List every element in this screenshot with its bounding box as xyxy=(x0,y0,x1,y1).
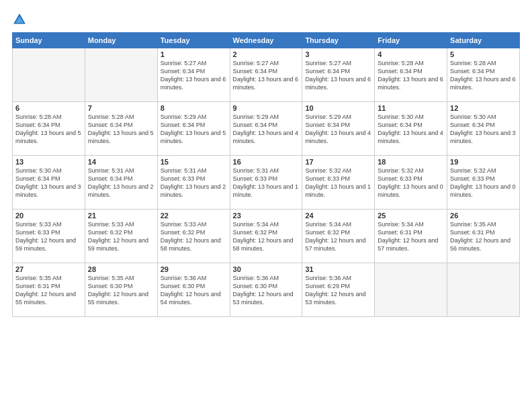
day-info: Sunrise: 5:34 AM Sunset: 6:31 PM Dayligh… xyxy=(378,220,444,253)
day-number: 18 xyxy=(378,158,444,166)
day-number: 20 xyxy=(15,212,82,220)
calendar-cell: 8Sunrise: 5:29 AM Sunset: 6:34 PM Daylig… xyxy=(157,102,230,156)
day-number: 24 xyxy=(305,212,371,220)
calendar-week-row: 1Sunrise: 5:27 AM Sunset: 6:34 PM Daylig… xyxy=(13,48,520,102)
day-number: 17 xyxy=(305,158,371,166)
day-number: 6 xyxy=(15,104,82,112)
calendar-cell: 28Sunrise: 5:35 AM Sunset: 6:30 PM Dayli… xyxy=(85,263,157,317)
calendar-week-row: 6Sunrise: 5:28 AM Sunset: 6:34 PM Daylig… xyxy=(13,102,520,156)
day-number: 16 xyxy=(233,158,300,166)
day-number: 26 xyxy=(450,212,517,220)
day-number: 27 xyxy=(15,265,82,273)
logo xyxy=(12,12,30,27)
day-number: 14 xyxy=(88,158,154,166)
calendar-cell: 31Sunrise: 5:36 AM Sunset: 6:29 PM Dayli… xyxy=(302,263,375,317)
day-number: 11 xyxy=(378,104,444,112)
calendar-cell: 5Sunrise: 5:28 AM Sunset: 6:34 PM Daylig… xyxy=(447,48,520,102)
calendar-week-row: 27Sunrise: 5:35 AM Sunset: 6:31 PM Dayli… xyxy=(13,263,520,317)
day-number: 10 xyxy=(305,104,371,112)
day-number: 29 xyxy=(161,265,227,273)
day-number: 15 xyxy=(161,158,227,166)
calendar-cell: 19Sunrise: 5:32 AM Sunset: 6:33 PM Dayli… xyxy=(447,156,520,210)
calendar-cell: 23Sunrise: 5:34 AM Sunset: 6:32 PM Dayli… xyxy=(230,210,302,263)
calendar-cell: 14Sunrise: 5:31 AM Sunset: 6:34 PM Dayli… xyxy=(85,156,157,210)
day-info: Sunrise: 5:34 AM Sunset: 6:32 PM Dayligh… xyxy=(233,220,300,253)
calendar-cell: 3Sunrise: 5:27 AM Sunset: 6:34 PM Daylig… xyxy=(302,48,375,102)
day-number: 25 xyxy=(378,212,444,220)
calendar-cell: 6Sunrise: 5:28 AM Sunset: 6:34 PM Daylig… xyxy=(13,102,85,156)
day-number: 31 xyxy=(305,265,371,273)
day-info: Sunrise: 5:33 AM Sunset: 6:33 PM Dayligh… xyxy=(15,220,82,253)
calendar-cell: 1Sunrise: 5:27 AM Sunset: 6:34 PM Daylig… xyxy=(157,48,230,102)
calendar-cell: 20Sunrise: 5:33 AM Sunset: 6:33 PM Dayli… xyxy=(13,210,85,263)
day-info: Sunrise: 5:35 AM Sunset: 6:31 PM Dayligh… xyxy=(450,220,517,253)
calendar-cell: 30Sunrise: 5:36 AM Sunset: 6:30 PM Dayli… xyxy=(230,263,302,317)
day-info: Sunrise: 5:30 AM Sunset: 6:34 PM Dayligh… xyxy=(378,113,444,146)
calendar-cell: 15Sunrise: 5:31 AM Sunset: 6:33 PM Dayli… xyxy=(157,156,230,210)
weekday-header: Wednesday xyxy=(230,33,302,48)
calendar-cell: 27Sunrise: 5:35 AM Sunset: 6:31 PM Dayli… xyxy=(13,263,85,317)
weekday-header-row: SundayMondayTuesdayWednesdayThursdayFrid… xyxy=(13,33,520,48)
weekday-header: Thursday xyxy=(302,33,375,48)
day-info: Sunrise: 5:31 AM Sunset: 6:34 PM Dayligh… xyxy=(88,167,154,199)
calendar-cell: 17Sunrise: 5:32 AM Sunset: 6:33 PM Dayli… xyxy=(302,156,375,210)
calendar-cell xyxy=(375,263,447,317)
day-info: Sunrise: 5:27 AM Sunset: 6:34 PM Dayligh… xyxy=(305,59,371,92)
calendar-cell: 26Sunrise: 5:35 AM Sunset: 6:31 PM Dayli… xyxy=(447,210,520,263)
calendar-cell: 9Sunrise: 5:29 AM Sunset: 6:34 PM Daylig… xyxy=(230,102,302,156)
day-number: 22 xyxy=(161,212,227,220)
day-info: Sunrise: 5:32 AM Sunset: 6:33 PM Dayligh… xyxy=(305,167,371,199)
day-info: Sunrise: 5:34 AM Sunset: 6:32 PM Dayligh… xyxy=(305,220,371,253)
day-info: Sunrise: 5:28 AM Sunset: 6:34 PM Dayligh… xyxy=(378,59,444,92)
day-number: 5 xyxy=(450,50,517,58)
page-header xyxy=(12,12,520,27)
day-number: 12 xyxy=(450,104,517,112)
day-number: 4 xyxy=(378,50,444,58)
weekday-header: Monday xyxy=(85,33,157,48)
calendar-cell: 4Sunrise: 5:28 AM Sunset: 6:34 PM Daylig… xyxy=(375,48,447,102)
calendar-cell: 25Sunrise: 5:34 AM Sunset: 6:31 PM Dayli… xyxy=(375,210,447,263)
day-info: Sunrise: 5:31 AM Sunset: 6:33 PM Dayligh… xyxy=(233,167,300,199)
day-number: 3 xyxy=(305,50,371,58)
calendar-cell: 11Sunrise: 5:30 AM Sunset: 6:34 PM Dayli… xyxy=(375,102,447,156)
calendar-cell: 24Sunrise: 5:34 AM Sunset: 6:32 PM Dayli… xyxy=(302,210,375,263)
day-info: Sunrise: 5:35 AM Sunset: 6:30 PM Dayligh… xyxy=(88,274,154,307)
day-info: Sunrise: 5:36 AM Sunset: 6:29 PM Dayligh… xyxy=(305,274,371,307)
calendar-cell: 10Sunrise: 5:29 AM Sunset: 6:34 PM Dayli… xyxy=(302,102,375,156)
day-number: 28 xyxy=(88,265,154,273)
calendar-cell: 12Sunrise: 5:30 AM Sunset: 6:34 PM Dayli… xyxy=(447,102,520,156)
calendar-cell xyxy=(447,263,520,317)
day-number: 13 xyxy=(15,158,82,166)
weekday-header: Friday xyxy=(375,33,447,48)
day-info: Sunrise: 5:33 AM Sunset: 6:32 PM Dayligh… xyxy=(88,220,154,253)
calendar-cell: 29Sunrise: 5:36 AM Sunset: 6:30 PM Dayli… xyxy=(157,263,230,317)
day-number: 2 xyxy=(233,50,300,58)
day-info: Sunrise: 5:30 AM Sunset: 6:34 PM Dayligh… xyxy=(15,167,82,199)
day-number: 8 xyxy=(161,104,227,112)
calendar-week-row: 13Sunrise: 5:30 AM Sunset: 6:34 PM Dayli… xyxy=(13,156,520,210)
weekday-header: Sunday xyxy=(13,33,85,48)
day-info: Sunrise: 5:36 AM Sunset: 6:30 PM Dayligh… xyxy=(161,274,227,307)
weekday-header: Saturday xyxy=(447,33,520,48)
calendar-cell: 13Sunrise: 5:30 AM Sunset: 6:34 PM Dayli… xyxy=(13,156,85,210)
day-number: 7 xyxy=(88,104,154,112)
day-info: Sunrise: 5:29 AM Sunset: 6:34 PM Dayligh… xyxy=(305,113,371,146)
day-number: 30 xyxy=(233,265,300,273)
day-number: 9 xyxy=(233,104,300,112)
day-info: Sunrise: 5:32 AM Sunset: 6:33 PM Dayligh… xyxy=(450,167,517,199)
day-info: Sunrise: 5:32 AM Sunset: 6:33 PM Dayligh… xyxy=(378,167,444,199)
day-info: Sunrise: 5:29 AM Sunset: 6:34 PM Dayligh… xyxy=(161,113,227,146)
day-info: Sunrise: 5:28 AM Sunset: 6:34 PM Dayligh… xyxy=(450,59,517,92)
calendar-cell: 18Sunrise: 5:32 AM Sunset: 6:33 PM Dayli… xyxy=(375,156,447,210)
calendar-cell: 22Sunrise: 5:33 AM Sunset: 6:32 PM Dayli… xyxy=(157,210,230,263)
day-number: 21 xyxy=(88,212,154,220)
calendar-cell xyxy=(85,48,157,102)
day-info: Sunrise: 5:35 AM Sunset: 6:31 PM Dayligh… xyxy=(15,274,82,307)
day-info: Sunrise: 5:30 AM Sunset: 6:34 PM Dayligh… xyxy=(450,113,517,146)
day-info: Sunrise: 5:29 AM Sunset: 6:34 PM Dayligh… xyxy=(233,113,300,146)
day-number: 1 xyxy=(161,50,227,58)
day-number: 19 xyxy=(450,158,517,166)
calendar: SundayMondayTuesdayWednesdayThursdayFrid… xyxy=(12,32,520,317)
day-number: 23 xyxy=(233,212,300,220)
calendar-cell: 16Sunrise: 5:31 AM Sunset: 6:33 PM Dayli… xyxy=(230,156,302,210)
